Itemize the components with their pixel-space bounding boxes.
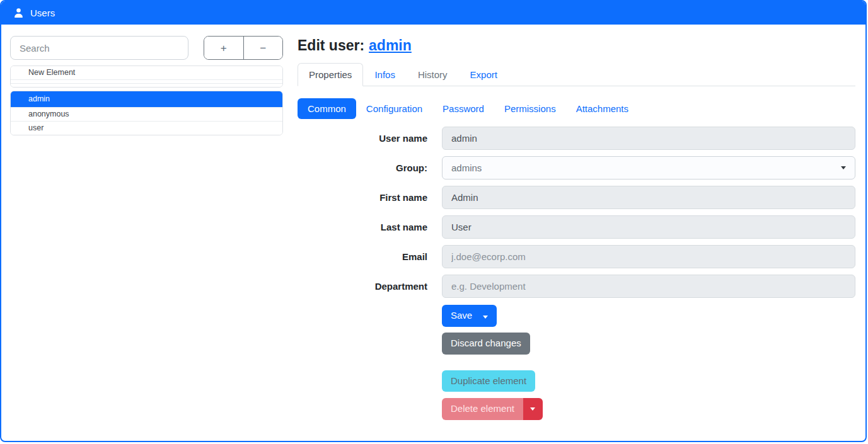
delete-element-group: Delete element (442, 398, 543, 420)
username-field[interactable] (442, 127, 855, 150)
subtab-bar: Common Configuration Password Permission… (298, 98, 855, 119)
list-item-user[interactable]: user (11, 121, 282, 135)
list-toolbar: + − (204, 36, 283, 60)
sidebar: + − New Element admin anonymous user (1, 25, 283, 441)
lastname-field[interactable] (442, 215, 855, 239)
form-row: First name (298, 186, 855, 209)
department-label: Department (298, 281, 442, 292)
app-header: Users (1, 1, 865, 25)
email-label: Email (298, 251, 442, 262)
tab-properties[interactable]: Properties (298, 63, 363, 86)
firstname-label: First name (298, 192, 442, 203)
remove-button[interactable]: − (243, 37, 283, 59)
group-select[interactable]: admins (442, 156, 855, 179)
page-title: Edit user: admin (298, 37, 855, 54)
chevron-down-icon (530, 407, 535, 411)
form-row: Email (298, 245, 855, 268)
group-select-value: admins (451, 162, 482, 173)
new-element-list: New Element (10, 65, 283, 88)
lastname-label: Last name (298, 222, 442, 232)
chevron-down-icon (483, 316, 488, 319)
list-item-admin[interactable]: admin (11, 91, 282, 107)
form-row: User name (298, 127, 855, 150)
subtab-permissions[interactable]: Permissions (494, 98, 566, 119)
delete-element-button[interactable]: Delete element (442, 398, 523, 420)
delete-dropdown-toggle[interactable] (523, 398, 543, 420)
sidebar-toolbar: + − (10, 36, 283, 60)
subtab-configuration[interactable]: Configuration (356, 98, 432, 119)
search-input[interactable] (10, 36, 188, 60)
main-panel: Edit user: admin Properties Infos Histor… (283, 25, 865, 441)
form-row: Last name (298, 215, 855, 239)
group-label: Group: (298, 162, 442, 173)
user-list: admin anonymous user (10, 91, 283, 135)
list-item-new-element[interactable]: New Element (11, 66, 282, 79)
form-row: Group: admins (298, 156, 855, 179)
department-field[interactable] (442, 275, 855, 298)
firstname-field[interactable] (442, 186, 855, 209)
user-icon (13, 7, 25, 19)
username-label: User name (298, 133, 442, 144)
tab-infos[interactable]: Infos (363, 63, 407, 86)
subtab-password[interactable]: Password (432, 98, 494, 119)
email-field[interactable] (442, 245, 855, 268)
add-button[interactable]: + (204, 37, 243, 59)
tab-bar: Properties Infos History Export (298, 63, 855, 86)
app-title: Users (30, 8, 55, 18)
list-item-empty (11, 83, 282, 87)
discard-changes-button[interactable]: Discard changes (442, 333, 530, 355)
subtab-common[interactable]: Common (298, 98, 356, 119)
chevron-down-icon (841, 166, 846, 169)
save-button[interactable]: Save (442, 305, 497, 327)
user-form: User name Group: admins First name Last … (298, 127, 855, 420)
content: + − New Element admin anonymous user Edi… (1, 25, 865, 441)
duplicate-element-label: Duplicate element (451, 375, 526, 387)
tab-history: History (407, 63, 459, 86)
duplicate-element-button[interactable]: Duplicate element (442, 370, 535, 392)
discard-changes-label: Discard changes (451, 338, 521, 350)
save-button-label: Save (451, 310, 472, 321)
form-actions: Save Discard changes Duplicate element (442, 305, 855, 420)
delete-element-label: Delete element (451, 403, 514, 415)
users-window: Users + − New Element admin anonymous us… (0, 0, 867, 442)
subtab-attachments[interactable]: Attachments (566, 98, 639, 119)
tab-export[interactable]: Export (459, 63, 509, 86)
list-item-anonymous[interactable]: anonymous (11, 107, 282, 121)
page-title-prefix: Edit user: (298, 37, 364, 54)
edited-user-link[interactable]: admin (369, 37, 412, 54)
form-row: Department (298, 275, 855, 298)
